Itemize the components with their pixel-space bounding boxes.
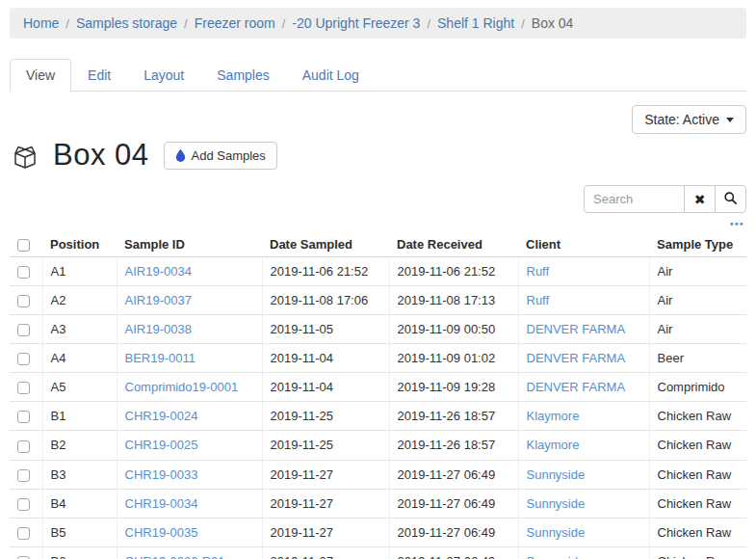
clear-search-button[interactable]: ✖ (684, 185, 716, 213)
page: Home / Samples storage / Freezer room / … (0, 8, 756, 559)
row-checkbox[interactable] (17, 469, 30, 482)
sample-id-link[interactable]: CHR19-0025 (125, 438, 198, 452)
title-row: Box 04 Add Samples (10, 138, 746, 173)
sample-id-cell: AIR19-0034 (117, 257, 262, 286)
table-row: B4 CHR19-0034 2019-11-27 2019-11-27 06:4… (10, 489, 746, 518)
position-cell: B2 (42, 431, 117, 460)
sample-type-cell: Air (649, 315, 746, 344)
sample-id-cell: AIR19-0037 (117, 286, 262, 315)
row-checkbox[interactable] (17, 498, 30, 511)
tab-samples[interactable]: Samples (200, 59, 285, 92)
date-sampled-cell: 2019-11-25 (262, 431, 389, 460)
row-checkbox[interactable] (17, 266, 30, 279)
row-checkbox[interactable] (17, 295, 30, 307)
tab-layout[interactable]: Layout (127, 59, 200, 92)
sample-type-cell: Chicken Raw (649, 489, 746, 518)
sample-id-link[interactable]: CHR19-0035 (125, 525, 198, 540)
table-row: B1 CHR19-0024 2019-11-25 2019-11-26 18:5… (10, 402, 746, 431)
row-checkbox[interactable] (17, 440, 30, 453)
column-header-date-sampled: Date Sampled (262, 232, 389, 257)
add-samples-button[interactable]: Add Samples (164, 142, 277, 170)
client-link[interactable]: Ruff (527, 293, 550, 307)
breadcrumb-link-upright-freezer[interactable]: -20 Upright Freezer 3 (292, 15, 420, 31)
search-input[interactable] (584, 185, 685, 213)
sample-id-link[interactable]: CHR19-0034 (125, 496, 198, 511)
tab-audit-log[interactable]: Audit Log (286, 59, 376, 92)
table-row: B6 CHR19-0036-R01 2019-11-27 2019-11-27 … (10, 546, 746, 559)
sample-id-link[interactable]: Comprimido19-0001 (125, 380, 239, 394)
position-cell: B4 (42, 489, 117, 518)
client-link[interactable]: Sunnyside (527, 554, 586, 559)
row-select-cell (10, 344, 42, 373)
tab-bar: View Edit Layout Samples Audit Log (10, 59, 746, 92)
client-link[interactable]: Klaymore (527, 409, 580, 423)
client-link[interactable]: Klaymore (527, 438, 580, 452)
column-header-client: Client (518, 232, 649, 257)
client-link[interactable]: Sunnyside (527, 525, 586, 540)
sample-id-link[interactable]: CHR19-0024 (125, 409, 198, 423)
table-header-row: Position Sample ID Date Sampled Date Rec… (10, 232, 746, 257)
sample-id-link[interactable]: CHR19-0033 (125, 467, 198, 482)
state-filter-button[interactable]: State: Active (632, 105, 746, 134)
sample-id-cell: CHR19-0034 (117, 489, 262, 518)
sample-type-cell: Air (649, 257, 746, 286)
date-received-cell: 2019-11-27 06:49 (389, 489, 518, 518)
breadcrumb-link-shelf[interactable]: Shelf 1 Right (437, 15, 514, 31)
client-link[interactable]: DENVER FARMA (527, 380, 626, 394)
table-row: A4 BER19-0011 2019-11-04 2019-11-09 01:0… (10, 344, 746, 373)
date-received-cell: 2019-11-09 00:50 (389, 315, 518, 344)
client-link[interactable]: Sunnyside (527, 467, 586, 482)
client-cell: Klaymore (518, 402, 649, 431)
sample-id-link[interactable]: CHR19-0036-R01 (125, 554, 225, 559)
position-cell: B1 (42, 402, 117, 431)
client-link[interactable]: Ruff (527, 264, 550, 279)
client-cell: DENVER FARMA (518, 315, 649, 344)
droplet-icon (175, 148, 186, 162)
column-toggle-row: ••• (10, 221, 744, 228)
client-link[interactable]: DENVER FARMA (527, 351, 626, 365)
client-cell: Sunnyside (518, 460, 649, 489)
date-received-cell: 2019-11-27 06:49 (389, 546, 518, 559)
tab-view[interactable]: View (10, 59, 71, 92)
client-cell: Sunnyside (518, 489, 649, 518)
row-select-cell (10, 489, 42, 518)
search-row: ✖ (10, 185, 746, 213)
column-header-sample-id: Sample ID (117, 232, 262, 257)
samples-table: Position Sample ID Date Sampled Date Rec… (10, 232, 746, 559)
sample-id-cell: CHR19-0025 (117, 431, 262, 460)
table-row: B3 CHR19-0033 2019-11-27 2019-11-27 06:4… (10, 460, 746, 489)
search-button[interactable] (715, 185, 746, 213)
breadcrumb-link-freezer-room[interactable]: Freezer room (195, 15, 275, 31)
tab-edit[interactable]: Edit (71, 59, 127, 92)
row-checkbox[interactable] (17, 353, 30, 365)
select-all-checkbox[interactable] (17, 239, 30, 252)
breadcrumb-link-samples-storage[interactable]: Samples storage (76, 15, 177, 31)
table-row: A1 AIR19-0034 2019-11-06 21:52 2019-11-0… (10, 257, 746, 286)
sample-type-cell: Chicken Raw (649, 518, 746, 546)
sample-id-link[interactable]: AIR19-0038 (125, 322, 192, 336)
sample-type-cell: Beer (649, 344, 746, 373)
row-checkbox[interactable] (17, 324, 30, 336)
client-link[interactable]: Sunnyside (527, 496, 586, 511)
page-title: Box 04 (53, 138, 149, 173)
ellipsis-icon[interactable]: ••• (730, 221, 744, 228)
date-sampled-cell: 2019-11-04 (262, 344, 389, 373)
row-checkbox[interactable] (17, 527, 30, 540)
sample-id-link[interactable]: AIR19-0037 (125, 293, 192, 307)
sample-id-link[interactable]: BER19-0011 (125, 351, 196, 365)
add-samples-label: Add Samples (192, 148, 266, 163)
client-cell: Ruff (518, 257, 649, 286)
breadcrumb: Home / Samples storage / Freezer room / … (10, 8, 746, 39)
row-checkbox[interactable] (17, 411, 30, 423)
position-cell: B5 (42, 518, 117, 546)
client-cell: Ruff (518, 286, 649, 315)
date-sampled-cell: 2019-11-27 (262, 518, 389, 546)
sample-id-cell: CHR19-0036-R01 (117, 546, 262, 559)
sample-id-link[interactable]: AIR19-0034 (125, 264, 192, 279)
breadcrumb-link-home[interactable]: Home (23, 15, 59, 31)
row-checkbox[interactable] (17, 382, 30, 394)
date-received-cell: 2019-11-26 18:57 (389, 431, 518, 460)
table-row: A2 AIR19-0037 2019-11-08 17:06 2019-11-0… (10, 286, 746, 315)
row-select-cell (10, 373, 42, 402)
client-link[interactable]: DENVER FARMA (527, 322, 626, 336)
